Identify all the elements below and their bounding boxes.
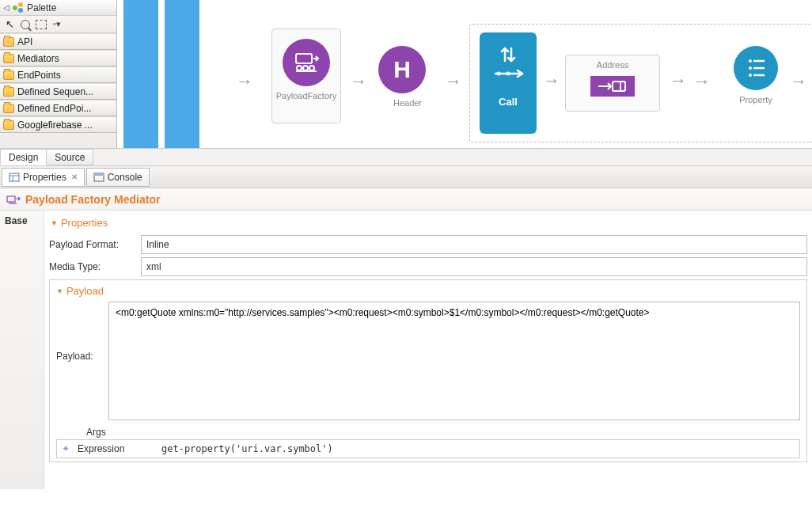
call-label: Call bbox=[480, 96, 537, 108]
property-icon bbox=[734, 46, 778, 90]
palette-item-endpoints[interactable]: EndPoints bbox=[0, 66, 116, 83]
header-node[interactable]: H Header bbox=[378, 46, 437, 108]
svg-point-7 bbox=[749, 59, 752, 63]
sequence-start-bar[interactable] bbox=[123, 0, 158, 148]
expression-icon: ✦ bbox=[62, 443, 70, 454]
palette-icon bbox=[13, 2, 24, 13]
collapse-left-icon[interactable]: ◁ bbox=[3, 3, 9, 12]
palette-item-label: Defined EndPoi... bbox=[17, 103, 91, 114]
payloadfactory-icon bbox=[283, 39, 330, 86]
payload-textarea[interactable] bbox=[108, 302, 800, 420]
svg-rect-13 bbox=[7, 196, 15, 202]
arrow-icon: → bbox=[790, 71, 807, 92]
svg-point-1 bbox=[297, 66, 302, 70]
palette-item-label: Googlefirebase ... bbox=[17, 120, 93, 131]
address-node[interactable]: Address bbox=[565, 55, 660, 112]
folder-icon bbox=[3, 104, 14, 113]
design-canvas[interactable]: → PayloadFactory → H Header → bbox=[117, 0, 812, 148]
svg-point-3 bbox=[309, 66, 314, 70]
svg-rect-0 bbox=[296, 54, 312, 63]
caret-down-icon: ▼ bbox=[51, 219, 58, 227]
payload-section: ▼Payload Payload: Args ✦ Expression get-… bbox=[49, 279, 807, 462]
section-properties[interactable]: ▼Properties bbox=[49, 214, 807, 232]
call-icon bbox=[491, 44, 526, 91]
address-label: Address bbox=[566, 60, 659, 70]
section-label: Properties bbox=[61, 217, 108, 229]
payloadfactory-label: PayloadFactory bbox=[272, 91, 340, 101]
properties-form: ▼Properties Payload Format: Inline Media… bbox=[44, 211, 812, 489]
close-icon[interactable]: ✕ bbox=[71, 173, 78, 181]
mediator-title-bar: Payload Factory Mediator bbox=[0, 188, 812, 211]
svg-point-2 bbox=[303, 66, 308, 70]
tab-label: Console bbox=[108, 172, 142, 183]
arrow-icon: → bbox=[350, 71, 367, 92]
header-label: Header bbox=[378, 98, 437, 108]
gear-icon bbox=[166, 139, 198, 148]
arrow-icon: → bbox=[543, 70, 560, 91]
svg-point-9 bbox=[749, 74, 752, 77]
palette-item-label: Mediators bbox=[17, 53, 59, 64]
header-icon: H bbox=[378, 46, 426, 93]
caret-down-icon: ▼ bbox=[56, 287, 63, 295]
args-label: Args bbox=[86, 427, 800, 438]
palette-item-label: EndPoints bbox=[17, 70, 61, 81]
section-payload[interactable]: ▼Payload bbox=[56, 285, 800, 297]
args-value: get-property('uri.var.symbol') bbox=[161, 443, 333, 454]
base-tab[interactable]: Base bbox=[0, 211, 44, 489]
editor-mode-tabs: Design Source bbox=[0, 149, 812, 166]
tab-console[interactable]: Console bbox=[86, 168, 150, 187]
palette-panel: ◁ Palette ↖ ▫▾ API Mediators EndPoints D… bbox=[0, 0, 117, 148]
property-label: Property bbox=[727, 95, 785, 104]
payloadfactory-node[interactable]: PayloadFactory bbox=[271, 28, 341, 123]
sequence-track[interactable] bbox=[165, 0, 199, 148]
payload-label: Payload: bbox=[56, 302, 101, 420]
view-tabs: Properties ✕ Console bbox=[0, 166, 812, 188]
args-type: Expression bbox=[78, 443, 154, 454]
arrow-icon: → bbox=[445, 71, 462, 92]
property-node[interactable]: Property bbox=[727, 46, 785, 104]
mediator-title-icon bbox=[6, 194, 21, 205]
media-type-label: Media Type: bbox=[49, 261, 141, 272]
arrow-icon: → bbox=[236, 71, 253, 92]
payload-format-label: Payload Format: bbox=[49, 239, 141, 250]
arrow-icon: → bbox=[693, 71, 711, 92]
svg-rect-6 bbox=[613, 82, 625, 91]
media-type-select[interactable]: xml bbox=[141, 257, 807, 276]
note-tool-icon[interactable]: ▫▾ bbox=[51, 18, 63, 31]
marquee-tool-icon[interactable] bbox=[35, 18, 47, 31]
folder-icon bbox=[3, 37, 14, 47]
palette-title: Palette bbox=[27, 2, 56, 13]
console-icon bbox=[93, 173, 104, 182]
tab-label: Properties bbox=[23, 172, 66, 183]
folder-icon bbox=[3, 120, 14, 130]
palette-item-googlefirebase[interactable]: Googlefirebase ... bbox=[0, 116, 116, 133]
call-node[interactable]: Call bbox=[480, 32, 537, 134]
folder-icon bbox=[3, 54, 14, 63]
section-label: Payload bbox=[66, 285, 104, 297]
properties-icon bbox=[9, 173, 20, 182]
tab-source[interactable]: Source bbox=[46, 149, 93, 165]
palette-item-mediators[interactable]: Mediators bbox=[0, 50, 116, 66]
arrow-icon: → bbox=[670, 70, 687, 91]
folder-icon bbox=[3, 87, 14, 97]
folette-icon bbox=[3, 70, 14, 80]
zoom-tool-icon[interactable] bbox=[19, 18, 32, 31]
palette-item-label: Defined Sequen... bbox=[17, 86, 93, 97]
svg-rect-12 bbox=[94, 173, 104, 176]
tab-properties[interactable]: Properties ✕ bbox=[2, 168, 85, 187]
args-row[interactable]: ✦ Expression get-property('uri.var.symbo… bbox=[56, 439, 800, 458]
select-tool-icon[interactable]: ↖ bbox=[3, 18, 16, 31]
palette-item-defined-sequences[interactable]: Defined Sequen... bbox=[0, 83, 116, 100]
palette-toolbar: ↖ ▫▾ bbox=[0, 16, 116, 33]
palette-title-bar: ◁ Palette bbox=[0, 0, 116, 16]
svg-point-8 bbox=[749, 66, 752, 70]
payload-format-select[interactable]: Inline bbox=[141, 235, 807, 254]
palette-item-api[interactable]: API bbox=[0, 33, 116, 50]
tab-design[interactable]: Design bbox=[0, 149, 47, 165]
mediator-title: Payload Factory Mediator bbox=[25, 193, 160, 206]
palette-item-label: API bbox=[17, 36, 32, 47]
svg-rect-10 bbox=[9, 173, 19, 181]
address-icon bbox=[590, 76, 635, 97]
palette-item-defined-endpoints[interactable]: Defined EndPoi... bbox=[0, 100, 116, 116]
